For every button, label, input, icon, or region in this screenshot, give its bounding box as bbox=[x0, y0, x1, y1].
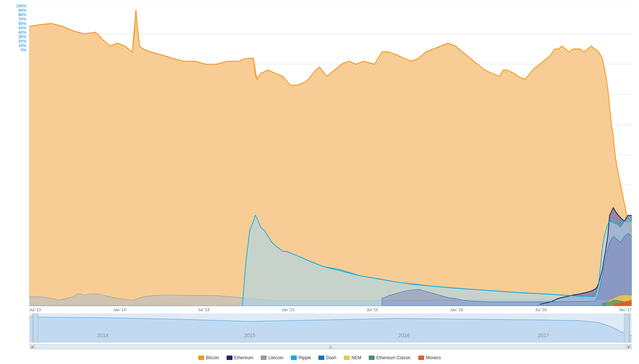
legend-label-dash: Dash bbox=[326, 355, 336, 360]
x-axis: Jul '13 Jan '14 Jul '14 Jan '15 Jul '15 … bbox=[7, 306, 632, 313]
legend-item-ripple: Ripple bbox=[291, 355, 311, 360]
chart-container: Percentage of Total Market Cap 100% 90% … bbox=[0, 0, 639, 364]
legend-color-ethereum bbox=[227, 356, 232, 360]
legend-color-monero bbox=[418, 356, 424, 360]
y-label-90: 90% bbox=[18, 8, 26, 12]
legend-label-ripple: Ripple bbox=[299, 355, 311, 360]
legend-label-ethereum-classic: Ethereum Classic bbox=[376, 355, 411, 360]
x-label-jan14: Jan '14 bbox=[113, 307, 126, 312]
legend-color-dash bbox=[318, 356, 324, 360]
svg-text:2017: 2017 bbox=[538, 332, 549, 338]
y-axis-container: Percentage of Total Market Cap 100% 90% … bbox=[7, 4, 29, 306]
legend-label-monero: Monero bbox=[426, 355, 441, 360]
x-label-jul13: Jul '13 bbox=[29, 307, 41, 312]
y-label-0: 0% bbox=[21, 48, 26, 52]
y-label-80: 80% bbox=[18, 12, 26, 17]
legend-item-nem: NEM bbox=[344, 355, 361, 360]
legend: Bitcoin Ethereum Litecoin Ripple Dash NE… bbox=[7, 351, 632, 364]
x-label-jul16: Jul '16 bbox=[535, 307, 546, 312]
svg-text:2016: 2016 bbox=[398, 332, 409, 338]
svg-rect-18 bbox=[624, 313, 629, 343]
legend-label-ethereum: Ethereum bbox=[234, 355, 253, 360]
x-label-jan17: Jan '17 bbox=[619, 307, 632, 312]
legend-item-monero: Monero bbox=[418, 355, 441, 360]
legend-color-ripple bbox=[291, 356, 297, 360]
scroll-right-arrow[interactable]: ► bbox=[627, 344, 632, 349]
y-label-50: 50% bbox=[18, 26, 26, 30]
legend-item-bitcoin: Bitcoin bbox=[198, 355, 219, 360]
legend-label-nem: NEM bbox=[351, 355, 361, 360]
legend-color-nem bbox=[344, 356, 350, 360]
x-label-jan15: Jan '15 bbox=[282, 307, 295, 312]
main-chart-svg bbox=[29, 4, 632, 306]
x-label-jan16: Jan '16 bbox=[450, 307, 463, 312]
y-label-100: 100% bbox=[16, 4, 26, 8]
main-chart-svg-container bbox=[29, 4, 632, 306]
scroll-left-arrow[interactable]: ◄ bbox=[29, 344, 35, 349]
navigator[interactable]: 2014 2015 2016 2017 bbox=[7, 313, 632, 343]
legend-item-ethereum: Ethereum bbox=[227, 355, 253, 360]
navigator-svg: 2014 2015 2016 2017 bbox=[29, 313, 632, 343]
svg-text:2014: 2014 bbox=[97, 332, 108, 338]
scrollbar-track[interactable]: ||| bbox=[35, 344, 627, 349]
y-label-70: 70% bbox=[18, 17, 26, 21]
y-label-30: 30% bbox=[18, 34, 26, 39]
svg-text:2015: 2015 bbox=[244, 332, 255, 338]
y-label-10: 10% bbox=[18, 43, 26, 48]
legend-item-litecoin: Litecoin bbox=[261, 355, 284, 360]
scroll-center-handle[interactable]: ||| bbox=[329, 345, 332, 349]
y-label-20: 20% bbox=[18, 39, 26, 43]
y-label-60: 60% bbox=[18, 21, 26, 26]
scrollbar-row: ◄ ||| ► bbox=[7, 344, 632, 349]
x-label-jul15: Jul '15 bbox=[367, 307, 378, 312]
legend-color-litecoin bbox=[261, 356, 267, 360]
y-label-40: 40% bbox=[18, 30, 26, 34]
svg-rect-17 bbox=[33, 313, 38, 343]
legend-color-bitcoin bbox=[198, 356, 204, 360]
y-axis: 100% 90% 80% 70% 60% 50% 40% 30% 20% 10%… bbox=[7, 4, 29, 63]
legend-label-litecoin: Litecoin bbox=[268, 355, 284, 360]
legend-item-ethereum-classic: Ethereum Classic bbox=[369, 355, 411, 360]
legend-color-ethereum-classic bbox=[369, 356, 375, 360]
main-chart-area: Percentage of Total Market Cap 100% 90% … bbox=[7, 4, 632, 306]
legend-item-dash: Dash bbox=[318, 355, 336, 360]
x-label-jul14: Jul '14 bbox=[198, 307, 209, 312]
legend-label-bitcoin: Bitcoin bbox=[206, 355, 219, 360]
